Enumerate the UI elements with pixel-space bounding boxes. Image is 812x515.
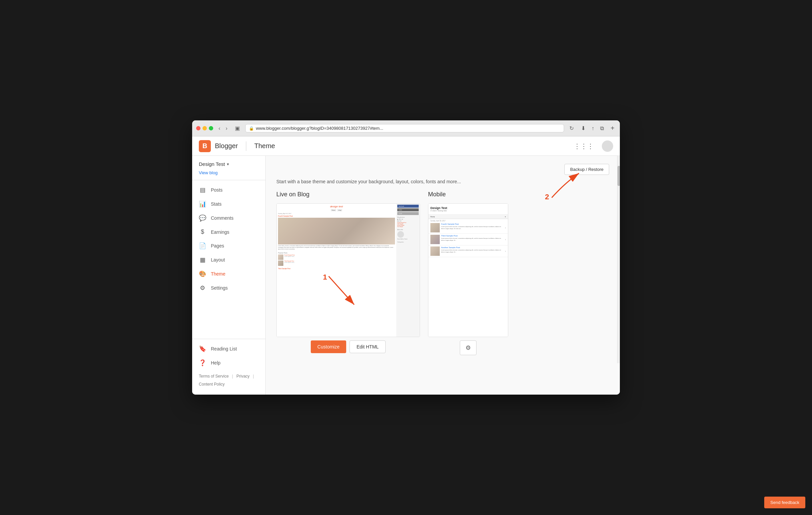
sidebar-item-reading-list[interactable]: 🔖 Reading List xyxy=(192,342,265,356)
main-layout: Design Test ▾ View blog ▤ Posts 📊 Stats … xyxy=(192,156,620,395)
mobile-nav-bar: Home ▾ xyxy=(428,215,508,219)
privacy-link[interactable]: Privacy xyxy=(236,374,249,379)
mobile-date: Sunday, April 30, 2017 xyxy=(428,219,508,222)
mobile-blog: Design Test A Client Testing Site Home ▾… xyxy=(428,204,508,337)
mini-facebook-btn: facebook xyxy=(397,205,419,208)
mini-sidebar-aboutme: About Me xyxy=(397,229,419,231)
mobile-post-3: Another Sample Post Lorem ipsum dolor si… xyxy=(428,245,508,257)
mini-twitter-btn: twitter xyxy=(397,208,419,211)
mini-post-title: Fourth Sample Post xyxy=(278,215,395,217)
mobile-post-title-2: Third Sample Post xyxy=(441,235,503,237)
sidebar-item-label-stats: Stats xyxy=(211,201,222,207)
app-content: B Blogger Theme ⋮⋮⋮ Design Test ▾ View b… xyxy=(192,136,620,395)
mini-sidebar-categories: Categories xyxy=(397,241,419,243)
mobile-settings-button[interactable]: ⚙ xyxy=(460,341,476,355)
page-topbar: Backup / Restore xyxy=(277,164,609,175)
back-button[interactable]: ‹ xyxy=(216,125,222,132)
sidebar-item-layout[interactable]: ▦ Layout xyxy=(192,253,265,267)
blog-name: Design Test xyxy=(199,161,225,167)
sidebar-item-label-settings: Settings xyxy=(211,285,228,291)
mobile-post-info-2: Third Sample Post Lorem ipsum dolor sit … xyxy=(441,235,503,241)
download-button[interactable]: ⬇ xyxy=(579,125,587,132)
sidebar-item-settings[interactable]: ⚙ Settings xyxy=(192,281,265,295)
live-preview-actions: Customize Edit HTML xyxy=(277,341,420,353)
mobile-post-text-3: Lorem ipsum dolor sit amet, consectetur … xyxy=(441,249,503,253)
theme-icon: 🎨 xyxy=(199,270,206,277)
mobile-post-2: Third Sample Post Lorem ipsum dolor sit … xyxy=(428,234,508,245)
help-icon: ❓ xyxy=(199,359,206,367)
reading-list-icon: 🔖 xyxy=(199,345,206,352)
mini-popular-post-2: Third Sample PostLorem ipsum short... xyxy=(278,261,395,266)
mini-blog-nav: Home shop xyxy=(278,209,395,211)
sidebar-item-stats[interactable]: 📊 Stats xyxy=(192,197,265,211)
send-feedback-button[interactable]: Send feedback xyxy=(764,497,805,508)
mini-popular-post-1: Fourth Sample PostLorem ipsum short... xyxy=(278,254,395,260)
browser-actions: ⬇ ↑ ⧉ xyxy=(579,125,606,132)
mobile-preview-label: Mobile xyxy=(428,191,508,198)
blogger-name: Blogger xyxy=(215,142,238,150)
sidebar-bottom: 🔖 Reading List ❓ Help Terms of Service |… xyxy=(192,339,265,388)
header-title: Theme xyxy=(254,142,275,150)
url-text: www.blogger.com/blogger.g?blogID=3409808… xyxy=(256,126,383,131)
mini-nav-home: Home xyxy=(331,209,337,211)
earnings-icon: $ xyxy=(199,228,206,236)
refresh-button[interactable]: ↻ xyxy=(568,125,576,132)
sidebar-item-label-posts: Posts xyxy=(211,187,223,193)
mobile-post-title-3: Another Sample Post xyxy=(441,246,503,248)
address-bar[interactable]: 🔒 www.blogger.com/blogger.g?blogID=34098… xyxy=(245,124,564,132)
mobile-chevron-2: › xyxy=(505,238,506,241)
sidebar-item-comments[interactable]: 💬 Comments xyxy=(192,211,265,225)
posts-icon: ▤ xyxy=(199,186,206,194)
sidebar-item-label-pages: Pages xyxy=(211,243,224,248)
mobile-preview-frame: Design Test A Client Testing Site Home ▾… xyxy=(428,203,508,337)
mobile-header: Design Test A Client Testing Site xyxy=(428,204,508,215)
mobile-nav-dropdown: ▾ xyxy=(505,216,506,218)
terms-link[interactable]: Terms of Service xyxy=(199,374,229,379)
sidebar: Design Test ▾ View blog ▤ Posts 📊 Stats … xyxy=(192,156,266,395)
account-avatar[interactable] xyxy=(602,140,613,152)
sidebar-item-theme[interactable]: 🎨 Theme xyxy=(192,267,265,281)
mini-blog: design test Home shop Sunday, April 30, … xyxy=(277,204,420,337)
sidebar-item-help[interactable]: ❓ Help xyxy=(192,356,265,370)
sidebar-footer: Terms of Service | Privacy | Content Pol… xyxy=(192,370,265,388)
sidebar-toggle-button[interactable]: ▣ xyxy=(233,125,242,132)
customize-button[interactable]: Customize xyxy=(311,341,346,353)
blogger-logo: B Blogger xyxy=(199,140,238,152)
sidebar-item-posts[interactable]: ▤ Posts xyxy=(192,183,265,197)
add-tab-button[interactable]: + xyxy=(609,125,616,132)
view-blog-link[interactable]: View blog xyxy=(192,169,265,180)
mobile-post-text-1: Lorem ipsum dolor sit amet, consectetur … xyxy=(441,226,503,229)
apps-grid-icon[interactable]: ⋮⋮⋮ xyxy=(571,139,597,153)
mini-nav-shop: shop xyxy=(337,209,342,211)
header-divider xyxy=(246,141,246,151)
mobile-post-info-1: Fourth Sample Post Lorem ipsum dolor sit… xyxy=(441,223,503,229)
mobile-post-image-2 xyxy=(430,235,440,244)
sidebar-item-label-earnings: Earnings xyxy=(211,229,229,235)
live-preview-frame: design test Home shop Sunday, April 30, … xyxy=(277,203,420,337)
mini-email-btn: email xyxy=(397,212,419,215)
mobile-post-image-1 xyxy=(430,223,440,233)
minimize-button[interactable] xyxy=(203,126,207,130)
backup-restore-button[interactable]: Backup / Restore xyxy=(564,164,609,175)
mobile-chevron-1: › xyxy=(505,226,506,229)
mobile-post-text-2: Lorem ipsum dolor sit amet, consectetur … xyxy=(441,238,503,241)
page-content: Backup / Restore Start with a base theme… xyxy=(266,156,620,395)
mini-sidebar-archive: Blog Archive xyxy=(397,216,419,218)
settings-icon: ⚙ xyxy=(199,284,206,292)
mobile-preview-column: Mobile Design Test A Client Testing Site… xyxy=(428,191,508,355)
content-policy-link[interactable]: Content Policy xyxy=(199,382,225,386)
maximize-button[interactable] xyxy=(209,126,213,130)
forward-button[interactable]: › xyxy=(224,125,229,132)
live-preview-column: Live on Blog design test Home shop xyxy=(277,191,420,353)
sidebar-item-label-comments: Comments xyxy=(211,215,234,221)
share-button[interactable]: ↑ xyxy=(589,125,596,132)
blog-selector[interactable]: Design Test ▾ xyxy=(192,156,265,169)
mobile-actions: ⚙ xyxy=(428,341,508,355)
sidebar-item-pages[interactable]: 📄 Pages xyxy=(192,239,265,253)
mobile-blog-subtitle: A Client Testing Site xyxy=(430,210,506,212)
mobile-nav-home: Home xyxy=(430,216,435,218)
extensions-button[interactable]: ⧉ xyxy=(598,125,606,132)
edit-html-button[interactable]: Edit HTML xyxy=(350,341,386,353)
sidebar-item-earnings[interactable]: $ Earnings xyxy=(192,225,265,239)
close-button[interactable] xyxy=(196,126,201,130)
